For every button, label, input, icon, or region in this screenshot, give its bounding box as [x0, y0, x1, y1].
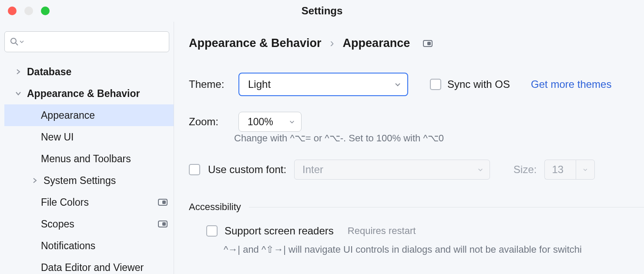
- sidebar-item-new-ui[interactable]: New UI: [4, 126, 174, 148]
- breadcrumb-current: Appearance: [343, 37, 410, 50]
- zoom-row: Zoom: 100%: [189, 112, 644, 132]
- screen-readers-row: Support screen readers Requires restart: [206, 225, 644, 237]
- chevron-down-icon: [394, 81, 401, 88]
- sidebar-item-appearance[interactable]: Appearance: [4, 104, 174, 126]
- screen-readers-nav-hint: ^→| and ^⇧→| will navigate UI controls i…: [224, 243, 644, 257]
- breadcrumb-separator: ›: [330, 37, 334, 50]
- breadcrumb: Appearance & Behavior › Appearance: [189, 37, 644, 50]
- chevron-down-icon: [583, 167, 588, 172]
- sidebar-item-label: Menus and Toolbars: [41, 153, 131, 165]
- sync-with-os-label: Sync with OS: [447, 78, 510, 90]
- font-size-value: 13: [544, 160, 576, 180]
- svg-point-0: [11, 38, 16, 43]
- sidebar-item-label: Scopes: [41, 218, 74, 230]
- font-size-field[interactable]: 13: [544, 160, 595, 180]
- sidebar-item-label: Appearance: [41, 110, 95, 121]
- sidebar-item-label: Database: [27, 66, 71, 78]
- sidebar-item-label: File Colors: [41, 197, 89, 208]
- sidebar-item-scopes[interactable]: Scopes: [4, 213, 174, 235]
- use-custom-font-label: Use custom font:: [208, 164, 286, 176]
- accessibility-section-header: Accessibility: [189, 201, 644, 213]
- theme-label: Theme:: [189, 78, 232, 90]
- chevron-down-icon: [289, 119, 295, 125]
- window-close-button[interactable]: [8, 7, 17, 15]
- sidebar-item-system-settings[interactable]: System Settings: [4, 170, 174, 191]
- sidebar-item-database[interactable]: Database: [4, 61, 174, 83]
- chevron-right-icon[interactable]: [29, 177, 41, 184]
- window-zoom-button[interactable]: [41, 7, 50, 15]
- zoom-label: Zoom:: [189, 116, 232, 128]
- search-field[interactable]: [4, 31, 169, 52]
- chevron-right-icon[interactable]: [12, 69, 24, 75]
- font-size-dropdown[interactable]: [576, 160, 595, 180]
- sync-with-os-checkbox[interactable]: [430, 79, 441, 90]
- sync-with-os-row: Sync with OS: [430, 78, 510, 90]
- support-screen-readers-checkbox[interactable]: [206, 225, 218, 237]
- sidebar-item-label: Appearance & Behavior: [27, 88, 140, 100]
- font-size-label: Size:: [513, 164, 537, 176]
- theme-row: Theme: Light Sync with OS Get more theme…: [189, 73, 644, 96]
- sidebar-item-label: Notifications: [41, 240, 95, 252]
- chevron-down-icon[interactable]: [12, 90, 24, 97]
- traffic-lights: [8, 7, 50, 15]
- support-screen-readers-label: Support screen readers: [225, 225, 334, 237]
- sidebar-item-label: New UI: [41, 131, 74, 143]
- main-panel: Appearance & Behavior › Appearance Theme…: [174, 22, 644, 274]
- font-select-value: Inter: [302, 164, 323, 176]
- zoom-select[interactable]: 100%: [238, 112, 302, 132]
- sidebar-tree: DatabaseAppearance & BehaviorAppearanceN…: [0, 61, 174, 274]
- sidebar-item-label: System Settings: [44, 175, 116, 187]
- breadcrumb-parent[interactable]: Appearance & Behavior: [189, 37, 322, 50]
- search-icon: [10, 37, 19, 46]
- sidebar-item-menus-and-toolbars[interactable]: Menus and Toolbars: [4, 148, 174, 170]
- sidebar-item-label: Data Editor and Viewer: [41, 262, 144, 274]
- project-scope-icon[interactable]: [423, 40, 433, 47]
- window-title: Settings: [0, 5, 644, 17]
- chevron-down-icon: [477, 167, 483, 173]
- window-minimize-button[interactable]: [24, 7, 33, 15]
- sidebar-item-data-editor-and-viewer[interactable]: Data Editor and Viewer: [4, 257, 174, 274]
- accessibility-title: Accessibility: [189, 201, 241, 213]
- font-select[interactable]: Inter: [294, 160, 490, 180]
- requires-restart-hint: Requires restart: [348, 225, 416, 237]
- zoom-select-value: 100%: [248, 116, 273, 128]
- svg-line-1: [16, 43, 18, 45]
- custom-font-row: Use custom font: Inter Size: 13: [189, 160, 644, 180]
- project-scope-icon: [158, 221, 168, 227]
- use-custom-font-checkbox[interactable]: [189, 164, 200, 175]
- chevron-down-icon: [20, 40, 24, 44]
- zoom-hint: Change with ^⌥= or ^⌥-. Set to 100% with…: [234, 133, 644, 144]
- theme-select[interactable]: Light: [238, 73, 408, 96]
- sidebar-item-file-colors[interactable]: File Colors: [4, 191, 174, 213]
- sidebar: DatabaseAppearance & BehaviorAppearanceN…: [0, 22, 174, 274]
- get-more-themes-link[interactable]: Get more themes: [531, 78, 611, 90]
- titlebar: Settings: [0, 0, 644, 22]
- search-input[interactable]: [25, 37, 164, 47]
- sidebar-item-appearance-behavior[interactable]: Appearance & Behavior: [4, 83, 174, 104]
- sidebar-item-notifications[interactable]: Notifications: [4, 235, 174, 257]
- section-divider: [249, 207, 644, 207]
- theme-select-value: Light: [248, 78, 271, 90]
- project-scope-icon: [158, 199, 168, 206]
